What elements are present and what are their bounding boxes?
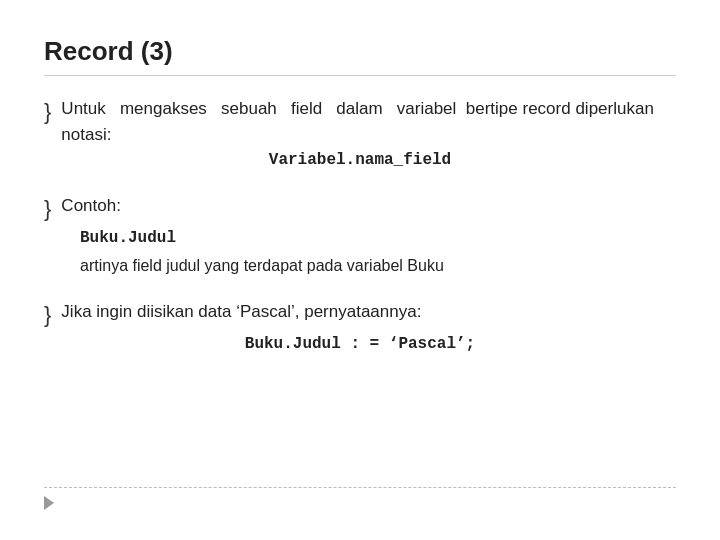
bullet-icon-2: } [44, 194, 51, 225]
slide-content: } Untuk mengakses sebuah field dalam var… [44, 86, 676, 487]
code-buku-judul: Buku.Judul [80, 229, 676, 247]
bullet-row-3: } Jika ingin diisikan data ‘Pascal’, per… [44, 299, 676, 331]
footer [44, 487, 676, 510]
slide-container: Record (3) } Untuk mengakses sebuah fiel… [0, 0, 720, 540]
footer-arrow-icon [44, 496, 54, 510]
bullet-icon-3: } [44, 300, 51, 331]
bullet-text-3: Jika ingin diisikan data ‘Pascal’, perny… [61, 299, 421, 325]
bullet-text-1: Untuk mengakses sebuah field dalam varia… [61, 96, 676, 147]
bullet-subtext-2: artinya field judul yang terdapat pada v… [80, 257, 676, 275]
slide-title: Record (3) [44, 36, 676, 76]
bullet-section-2: } Contoh: Buku.Judul artinya field judul… [44, 193, 676, 285]
bullet-row-1: } Untuk mengakses sebuah field dalam var… [44, 96, 676, 147]
bullet-section-3: } Jika ingin diisikan data ‘Pascal’, per… [44, 299, 676, 363]
bullet-section-1: } Untuk mengakses sebuah field dalam var… [44, 96, 676, 179]
bullet-row-2: } Contoh: [44, 193, 676, 225]
code-variabel-nama-field: Variabel.nama_field [44, 151, 676, 169]
bullet-icon-1: } [44, 97, 51, 128]
bullet-text-2: Contoh: [61, 193, 121, 219]
code-buku-judul-pascal: Buku.Judul : = ‘Pascal’; [44, 335, 676, 353]
